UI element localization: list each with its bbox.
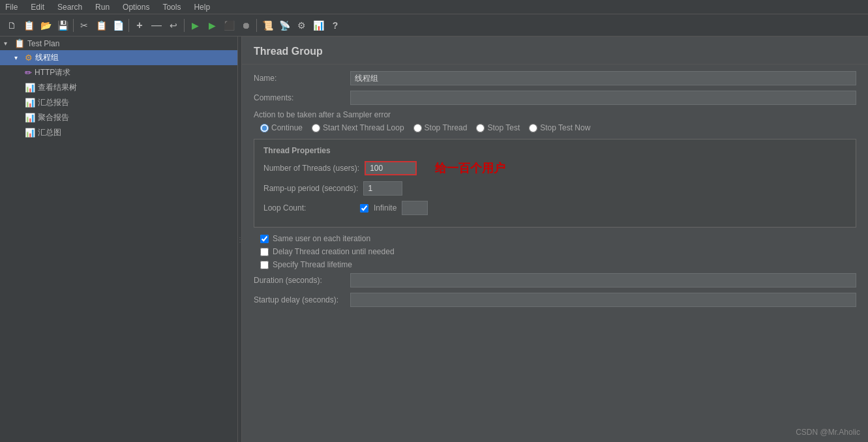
same-user-label[interactable]: Same user on each iteration	[273, 234, 370, 243]
radio-continue[interactable]: Continue	[260, 123, 303, 132]
radio-stop-test-now[interactable]: Stop Test Now	[529, 123, 590, 132]
radio-stop-thread-input[interactable]	[413, 124, 422, 132]
loop-count-row: Loop Count: Infinite	[263, 201, 846, 215]
same-user-checkbox[interactable]	[260, 235, 269, 243]
rampup-label: Ramp-up period (seconds):	[263, 184, 358, 193]
radio-stop-test-now-input[interactable]	[529, 124, 537, 132]
watermark: CSDN @Mr.Aholic	[796, 428, 860, 437]
menu-options[interactable]: Options	[120, 1, 152, 13]
duration-row: Duration (seconds):	[254, 273, 856, 287]
aggregate-report-icon: 📊	[25, 113, 35, 123]
open-button[interactable]: 📂	[38, 18, 53, 33]
sidebar-item-test-plan[interactable]: ▾ 📋 Test Plan	[0, 37, 237, 50]
tree-arrow-thread-group: ▾	[14, 54, 22, 61]
sidebar-item-http-request[interactable]: ✏ HTTP请求	[0, 65, 237, 80]
name-label: Name:	[254, 74, 345, 83]
sidebar-item-thread-group[interactable]: ▾ ⚙ 线程组	[0, 50, 237, 65]
http-request-icon: ✏	[25, 68, 32, 78]
sidebar-item-label-thread-group: 线程组	[35, 52, 59, 63]
toolbar-sep-1	[73, 19, 74, 32]
startup-delay-label: Startup delay (seconds):	[254, 295, 345, 304]
radio-start-next-loop-label: Start Next Thread Loop	[323, 123, 404, 132]
radio-stop-test-input[interactable]	[476, 124, 485, 132]
toolbar-sep-3	[184, 19, 185, 32]
sidebar-item-view-results-tree[interactable]: 📊 查看结果树	[0, 80, 237, 95]
toolbar-sep-2	[128, 19, 129, 32]
paste-button[interactable]: 📄	[110, 18, 126, 33]
comments-input[interactable]	[350, 91, 856, 105]
sidebar-item-aggregate-report[interactable]: 📊 聚合报告	[0, 110, 237, 125]
thread-properties-title: Thread Properties	[263, 146, 846, 155]
rampup-row: Ramp-up period (seconds):	[263, 181, 846, 196]
menu-help[interactable]: Help	[191, 1, 213, 13]
radio-continue-input[interactable]	[260, 124, 269, 132]
sampler-error-label: Action to be taken after a Sampler error	[254, 110, 856, 119]
sidebar-item-label-results-tree: 查看结果树	[38, 82, 77, 93]
specify-lifetime-label[interactable]: Specify Thread lifetime	[273, 260, 352, 269]
radio-start-next-loop[interactable]: Start Next Thread Loop	[312, 123, 404, 132]
sidebar-item-summary-report[interactable]: 📊 汇总报告	[0, 95, 237, 110]
rampup-input[interactable]	[363, 181, 402, 196]
sidebar-item-label-summary-report: 汇总报告	[38, 97, 69, 108]
menu-bar: File Edit Search Run Options Tools Help	[0, 0, 868, 14]
delay-thread-label[interactable]: Delay Thread creation until needed	[273, 247, 395, 256]
toolbar-sep-4	[256, 19, 257, 32]
num-threads-label: Number of Threads (users):	[263, 164, 359, 173]
loop-row: Infinite	[360, 201, 428, 215]
sidebar: ▾ 📋 Test Plan ▾ ⚙ 线程组 ✏ HTTP请求 📊 查看结果树 📊…	[0, 37, 238, 442]
menu-file[interactable]: File	[3, 1, 20, 13]
delay-thread-checkbox[interactable]	[260, 248, 269, 256]
options-button[interactable]: ⚙	[293, 18, 309, 33]
script-button[interactable]: 📜	[260, 18, 275, 33]
menu-edit[interactable]: Edit	[28, 1, 47, 13]
radio-start-next-loop-input[interactable]	[312, 124, 320, 132]
templates-button[interactable]: 📋	[21, 18, 37, 33]
menu-run[interactable]: Run	[93, 1, 112, 13]
cut-button[interactable]: ✂	[76, 18, 92, 33]
log-button[interactable]: 📊	[310, 18, 326, 33]
loop-value-input[interactable]	[402, 201, 428, 215]
radio-continue-label: Continue	[271, 123, 303, 132]
sidebar-item-label-test-plan: Test Plan	[27, 39, 59, 48]
undo-button[interactable]: ↩	[166, 18, 181, 33]
remove-button[interactable]: —	[149, 18, 164, 33]
name-input[interactable]	[350, 71, 856, 85]
sidebar-item-label-summary-graph: 汇总图	[38, 127, 61, 138]
copy-button[interactable]: 📋	[93, 18, 109, 33]
menu-tools[interactable]: Tools	[160, 1, 183, 13]
new-button[interactable]: 🗋	[4, 18, 20, 33]
sidebar-item-label-aggregate-report: 聚合报告	[38, 112, 69, 123]
startup-delay-input[interactable]	[350, 293, 856, 307]
annotation-text: 给一百个用户	[435, 160, 505, 176]
toolbar: 🗋 📋 📂 💾 ✂ 📋 📄 + — ↩ ▶ ▶ ⬛ ⏺ 📜 📡 ⚙ 📊 ?	[0, 14, 868, 37]
start-no-pause-button[interactable]: ▶	[204, 18, 220, 33]
menu-search[interactable]: Search	[55, 1, 85, 13]
stop-button[interactable]: ⬛	[221, 18, 237, 33]
summary-graph-icon: 📊	[25, 128, 35, 138]
save-button[interactable]: 💾	[55, 18, 70, 33]
radio-stop-test[interactable]: Stop Test	[476, 123, 520, 132]
infinite-label[interactable]: Infinite	[374, 203, 397, 213]
specify-lifetime-row: Specify Thread lifetime	[254, 260, 856, 269]
shutdown-button[interactable]: ⏺	[238, 18, 254, 33]
help-button[interactable]: ?	[327, 18, 343, 33]
radio-stop-thread-label: Stop Thread	[425, 123, 468, 132]
thread-properties-box: Thread Properties Number of Threads (use…	[254, 139, 856, 228]
startup-delay-row: Startup delay (seconds):	[254, 293, 856, 307]
duration-input[interactable]	[350, 273, 856, 287]
num-threads-input[interactable]	[365, 161, 417, 175]
radio-stop-test-now-label: Stop Test Now	[540, 123, 590, 132]
start-button[interactable]: ▶	[187, 18, 203, 33]
sidebar-item-summary-graph[interactable]: 📊 汇总图	[0, 125, 237, 140]
add-button[interactable]: +	[132, 18, 147, 33]
comments-row: Comments:	[254, 91, 856, 105]
comments-label: Comments:	[254, 93, 345, 102]
tree-arrow-test-plan: ▾	[4, 40, 12, 47]
sidebar-item-label-http-request: HTTP请求	[35, 67, 70, 78]
infinite-checkbox[interactable]	[360, 204, 368, 213]
specify-lifetime-checkbox[interactable]	[260, 261, 269, 269]
remote-button[interactable]: 📡	[277, 18, 292, 33]
loop-count-label: Loop Count:	[263, 203, 355, 213]
radio-stop-thread[interactable]: Stop Thread	[413, 123, 468, 132]
num-threads-row: Number of Threads (users): 给一百个用户	[263, 160, 846, 176]
